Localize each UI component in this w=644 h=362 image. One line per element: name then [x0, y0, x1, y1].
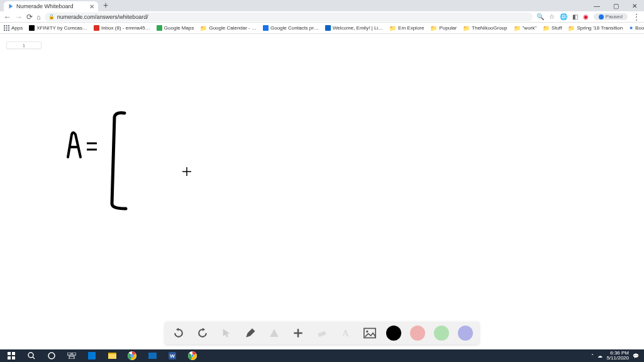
bookmark-label: Stuff — [552, 25, 562, 31]
taskbar-search-button[interactable] — [23, 349, 40, 362]
tab-close-button[interactable]: ✕ — [89, 3, 94, 10]
svg-point-23 — [366, 331, 368, 332]
paused-label: Paused — [606, 14, 623, 19]
onedrive-icon[interactable]: ☁ — [597, 353, 602, 359]
profile-paused-button[interactable]: Paused — [594, 13, 628, 20]
color-purple-swatch[interactable] — [458, 326, 473, 341]
bookmark-item[interactable]: Welcome, Emily! | Li… — [325, 25, 383, 31]
extension-icon[interactable]: ◧ — [572, 13, 578, 20]
star-icon: ★ — [629, 25, 633, 31]
url-text: numerade.com/answers/whiteboard/ — [57, 14, 148, 20]
pointer-button[interactable] — [219, 326, 234, 341]
image-button[interactable] — [362, 326, 377, 341]
site-icon — [29, 25, 35, 31]
cortana-icon — [48, 352, 55, 359]
browser-tab[interactable]: Numerade Whiteboard ✕ — [4, 1, 98, 11]
tray-overflow[interactable]: ˄ — [591, 353, 594, 359]
nav-home-button[interactable]: ⌂ — [36, 13, 41, 21]
folder-icon: 📁 — [430, 25, 437, 31]
slide-thumbnail[interactable]: 1 — [6, 41, 42, 49]
pinterest-icon[interactable]: ◉ — [583, 13, 589, 20]
bookmark-item[interactable]: 📁Spring '18 Transition — [568, 25, 623, 31]
bookmark-item[interactable]: 📁Stuff — [543, 25, 562, 31]
notification-icon[interactable]: 💬 — [633, 353, 639, 359]
bookmark-item[interactable]: Inbox (8) - emma45… — [94, 25, 150, 31]
word-icon: W — [169, 352, 176, 359]
profile-avatar-icon — [599, 14, 604, 19]
undo-button[interactable] — [171, 326, 186, 341]
bookmark-item[interactable]: 📁"work" — [514, 25, 537, 31]
window-close-button[interactable]: ✕ — [625, 0, 644, 11]
bookmark-label: TheNikooGroup — [472, 25, 507, 31]
taskbar-mail[interactable] — [143, 349, 161, 362]
star-icon[interactable]: ☆ — [549, 13, 555, 20]
bookmark-item[interactable]: 📁Popular — [430, 25, 457, 31]
windows-icon — [8, 352, 15, 359]
folder-icon: 📁 — [200, 25, 207, 31]
taskbar-edge[interactable] — [83, 349, 101, 362]
bookmark-item[interactable]: Google Contacts pr… — [263, 25, 319, 31]
mail-icon — [148, 353, 157, 359]
bookmark-item[interactable]: 📁Google Calendar - … — [200, 25, 257, 31]
window-maximize-button[interactable]: ▢ — [606, 0, 625, 11]
svg-rect-6 — [8, 28, 9, 29]
taskbar-clock[interactable]: 6:36 PM 5/11/2020 — [606, 351, 629, 361]
taskbar-explorer[interactable] — [103, 349, 121, 362]
redo-icon — [196, 327, 209, 339]
eraser-button[interactable] — [314, 326, 330, 341]
chrome-menu-button[interactable]: ⋮ — [633, 13, 640, 21]
tool-dock: A — [165, 322, 479, 344]
color-black-swatch[interactable] — [386, 326, 401, 341]
windows-taskbar: W ˄ ☁ 6:36 PM 5/11/2020 💬 — [0, 349, 644, 362]
bookmark-item[interactable]: 📁Em Explore — [389, 25, 424, 31]
tab-strip: Numerade Whiteboard ✕ + — ▢ ✕ — [0, 0, 644, 11]
omnibox[interactable]: 🔒 numerade.com/answers/whiteboard/ — [45, 13, 533, 21]
folder-icon: 📁 — [389, 25, 396, 31]
color-green-swatch[interactable] — [434, 326, 449, 341]
task-view-button[interactable] — [63, 349, 80, 362]
whiteboard-canvas[interactable]: 1 A — [0, 34, 644, 349]
folder-icon: 📁 — [568, 25, 575, 31]
site-icon — [94, 25, 99, 31]
nav-reload-button[interactable]: ⟳ — [26, 13, 33, 21]
bookmark-item[interactable]: ★Bookmarks — [629, 25, 644, 31]
text-button[interactable]: A — [338, 326, 353, 341]
apps-icon — [4, 25, 9, 31]
folder-icon: 📁 — [514, 25, 521, 31]
handwriting-drawing — [63, 108, 151, 215]
redo-button[interactable] — [195, 326, 210, 341]
explorer-icon — [108, 353, 116, 359]
window-minimize-button[interactable]: — — [587, 0, 606, 11]
start-button[interactable] — [3, 349, 20, 362]
svg-rect-4 — [4, 28, 5, 29]
new-tab-button[interactable]: + — [103, 0, 108, 10]
taskbar-word[interactable]: W — [164, 349, 181, 362]
svg-rect-24 — [8, 352, 11, 355]
crosshair-cursor-icon — [182, 167, 191, 176]
svg-rect-3 — [8, 25, 9, 26]
translate-icon[interactable]: 🌐 — [560, 13, 567, 20]
nav-forward-button[interactable]: → — [15, 13, 23, 21]
bookmarks-bar: Apps XFINITY by Comcas…Inbox (8) - emma4… — [0, 23, 644, 34]
svg-marker-17 — [270, 329, 279, 337]
bookmark-label: Popular — [439, 25, 457, 31]
color-pink-swatch[interactable] — [410, 326, 425, 341]
text-icon: A — [340, 327, 352, 339]
bookmarks-apps-button[interactable]: Apps — [4, 25, 23, 31]
plus-icon — [292, 327, 304, 339]
svg-marker-15 — [203, 328, 205, 331]
svg-rect-25 — [12, 352, 15, 355]
bookmark-item[interactable]: Google Maps — [157, 25, 194, 31]
task-view-icon — [67, 353, 76, 359]
shape-button[interactable] — [267, 326, 282, 341]
nav-back-button[interactable]: ← — [4, 13, 11, 21]
add-button[interactable] — [291, 326, 306, 341]
search-icon[interactable]: 🔍 — [536, 13, 544, 20]
bookmark-item[interactable]: XFINITY by Comcas… — [29, 25, 87, 31]
cortana-button[interactable] — [43, 349, 60, 362]
taskbar-chrome-2[interactable] — [184, 349, 201, 362]
taskbar-chrome[interactable] — [123, 349, 141, 362]
bookmark-item[interactable]: 📁TheNikooGroup — [463, 25, 507, 31]
pen-button[interactable] — [243, 326, 258, 341]
svg-point-41 — [191, 354, 194, 357]
